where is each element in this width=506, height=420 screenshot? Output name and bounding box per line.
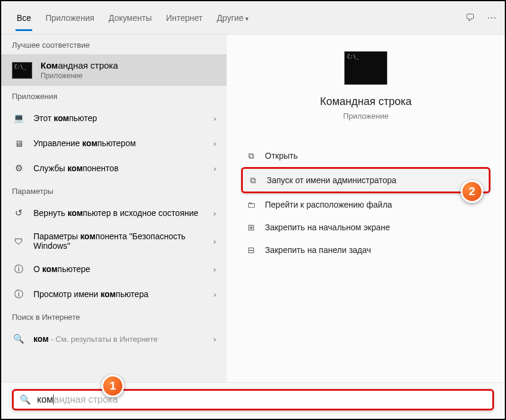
action-label: Перейти к расположению файла: [265, 200, 392, 209]
chevron-right-icon: ›: [214, 290, 216, 299]
list-item[interactable]: 🖥 Управление компьютером ›: [1, 131, 227, 156]
cmd-icon: C:\_: [12, 62, 32, 79]
section-apps: Приложения: [1, 86, 227, 106]
preview-panel: C:\_ Командная строка Приложение ⧉Открыт…: [227, 35, 505, 382]
list-item[interactable]: ⓘ Просмотр имени компьютера ›: [1, 282, 227, 307]
item-label: О компьютере: [33, 264, 205, 274]
section-web: Поиск в Интернете: [1, 307, 227, 326]
results-panel: Лучшее соответствие C:\_ Командная строк…: [1, 35, 227, 382]
action-label: Запуск от имени администратора: [267, 175, 396, 185]
section-settings: Параметры: [1, 181, 227, 200]
list-item[interactable]: 💻 Этот компьютер ›: [1, 106, 227, 131]
tab-apps[interactable]: Приложения: [38, 5, 101, 31]
item-icon: 💻: [12, 112, 25, 125]
item-icon: 🛡: [12, 234, 25, 248]
item-icon: 🖥: [12, 137, 25, 150]
action-icon: ⊞: [246, 222, 257, 233]
preview-title: Командная строка: [320, 95, 412, 108]
action-item[interactable]: ⊞Закрепить на начальном экране: [241, 216, 490, 239]
best-match-sub: Приложение: [41, 72, 216, 80]
action-icon: ⧉: [246, 150, 257, 161]
action-item[interactable]: ⧉Запуск от имени администратора: [241, 167, 490, 193]
more-icon[interactable]: ⋯: [487, 12, 496, 23]
search-bar[interactable]: 🔍 командная строка: [12, 389, 494, 410]
action-icon: 🗀: [246, 199, 257, 210]
list-item[interactable]: ⓘ О компьютере ›: [1, 257, 227, 282]
best-match-title: Командная строка: [41, 60, 216, 70]
action-label: Открыть: [265, 151, 298, 160]
item-icon: ⚙: [12, 162, 25, 175]
item-icon: ↺: [12, 206, 25, 220]
action-label: Закрепить на панели задач: [265, 245, 371, 255]
list-item[interactable]: ↺ Вернуть компьютер в исходное состояние…: [1, 200, 227, 226]
list-item[interactable]: ⚙ Службы компонентов ›: [1, 156, 227, 181]
chevron-right-icon: ›: [214, 164, 216, 173]
item-label: Службы компонентов: [33, 163, 205, 173]
tabs-bar: Все Приложения Документы Интернет Другие…: [1, 1, 505, 35]
search-icon: 🔍: [20, 394, 31, 405]
item-label: Параметры компонента "Безопасность Windo…: [33, 231, 205, 251]
item-label: Просмотр имени компьютера: [33, 289, 205, 299]
feedback-icon[interactable]: 🗩: [465, 13, 475, 23]
tab-internet[interactable]: Интернет: [159, 5, 209, 31]
action-label: Закрепить на начальном экране: [265, 223, 390, 232]
chevron-right-icon: ›: [214, 209, 216, 218]
annotation-badge-2: 2: [461, 180, 483, 203]
chevron-right-icon: ›: [214, 265, 216, 274]
search-icon: 🔍: [12, 332, 25, 345]
chevron-right-icon: ›: [214, 114, 216, 123]
preview-sub: Приложение: [343, 112, 388, 121]
item-label: Управление компьютером: [33, 138, 205, 148]
app-thumbnail: C:\_: [344, 51, 387, 85]
chevron-right-icon: ›: [214, 139, 216, 148]
item-icon: ⓘ: [12, 262, 25, 276]
item-label: Вернуть компьютер в исходное состояние: [33, 208, 205, 218]
action-icon: ⊟: [246, 245, 257, 255]
section-best-match: Лучшее соответствие: [1, 35, 227, 54]
best-match-item[interactable]: C:\_ Командная строка Приложение: [1, 54, 227, 86]
item-label: Этот компьютер: [33, 113, 205, 123]
action-item[interactable]: 🗀Перейти к расположению файла: [241, 193, 490, 216]
item-icon: ⓘ: [12, 288, 25, 301]
tab-other[interactable]: Другие: [209, 5, 256, 31]
action-item[interactable]: ⧉Открыть: [241, 144, 490, 167]
web-search-item[interactable]: 🔍 ком - См. результаты в Интернете ›: [1, 326, 227, 351]
action-item[interactable]: ⊟Закрепить на панели задач: [241, 239, 490, 261]
tab-all[interactable]: Все: [10, 5, 38, 31]
chevron-right-icon: ›: [214, 237, 216, 246]
chevron-right-icon: ›: [214, 335, 216, 344]
search-input[interactable]: командная строка: [37, 394, 118, 405]
action-icon: ⧉: [248, 175, 258, 186]
list-item[interactable]: 🛡 Параметры компонента "Безопасность Win…: [1, 226, 227, 257]
annotation-badge-1: 1: [101, 375, 124, 397]
tab-docs[interactable]: Документы: [101, 5, 159, 31]
